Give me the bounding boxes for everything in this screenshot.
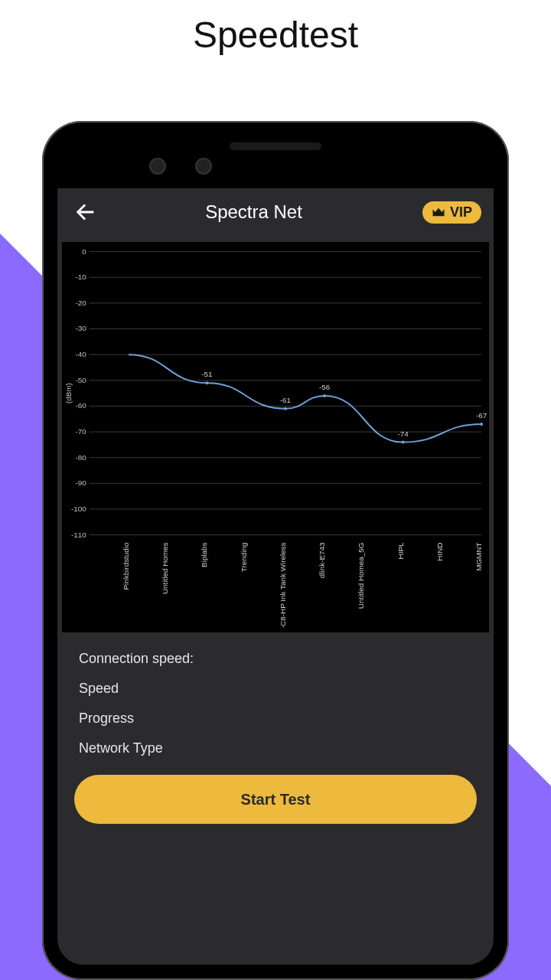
svg-text:dlink-E743: dlink-E743 [318,542,326,578]
svg-point-25 [205,381,208,384]
svg-text:-70: -70 [75,427,86,436]
svg-text:-40: -40 [75,350,86,358]
svg-text:Biplabs: Biplabs [200,542,208,567]
speaker-grille [230,142,321,150]
front-camera-icon [195,158,212,175]
svg-text:-60: -60 [75,401,86,410]
svg-text:MGMNT: MGMNT [474,543,483,571]
connection-speed-label: Connection speed: [79,651,472,667]
svg-text:(dBm): (dBm) [64,383,73,403]
app-screen: Spectra Net VIP 0-10-20-30-40-50-60-70-8… [57,188,494,965]
svg-text:CT-C8-HP Ink Tank Wireless: CT-C8-HP Ink Tank Wireless [279,542,287,628]
svg-point-27 [284,407,287,410]
app-title: Spectra Net [93,201,415,223]
svg-text:Pinkbirdstudio: Pinkbirdstudio [122,542,130,590]
chart-svg: 0-10-20-30-40-50-60-70-80-90-100-110(dBm… [64,245,487,628]
vip-label: VIP [450,204,472,220]
svg-text:-30: -30 [75,324,86,332]
svg-text:-51: -51 [201,370,213,378]
front-camera-icon [149,158,166,175]
svg-text:-50: -50 [75,376,86,384]
svg-text:0: 0 [82,247,86,256]
svg-text:Trending: Trending [240,543,248,573]
speed-label: Speed [79,681,472,697]
svg-text:HIPL: HIPL [396,542,405,559]
svg-text:-110: -110 [71,531,86,539]
svg-text:-20: -20 [75,299,86,307]
svg-text:HIND: HIND [435,543,444,561]
start-test-button[interactable]: Start Test [74,775,477,824]
vip-badge[interactable]: VIP [422,201,481,224]
svg-point-33 [480,423,483,426]
svg-text:-56: -56 [319,383,331,391]
svg-text:Untitled Homea_5G: Untitled Homea_5G [357,543,365,609]
app-bar: Spectra Net VIP [57,188,494,236]
progress-label: Progress [79,710,472,727]
crown-icon [432,207,445,217]
network-type-label: Network Type [79,740,472,756]
phone-frame: Spectra Net VIP 0-10-20-30-40-50-60-70-8… [42,121,509,980]
info-section: Connection speed: Speed Progress Network… [57,632,494,764]
svg-text:-61: -61 [280,396,292,404]
page-title: Speedtest [0,14,551,56]
svg-text:-100: -100 [71,505,86,513]
svg-text:Untitled Homes: Untitled Homes [161,542,169,594]
signal-chart: 0-10-20-30-40-50-60-70-80-90-100-110(dBm… [62,242,489,632]
svg-text:-80: -80 [75,453,86,462]
phone-bezel: Spectra Net VIP 0-10-20-30-40-50-60-70-8… [50,129,501,972]
svg-text:-10: -10 [75,273,86,281]
svg-point-29 [323,394,326,397]
svg-point-31 [402,441,405,444]
svg-text:-74: -74 [397,430,409,438]
svg-text:-67: -67 [476,411,487,420]
svg-text:-90: -90 [75,479,86,487]
